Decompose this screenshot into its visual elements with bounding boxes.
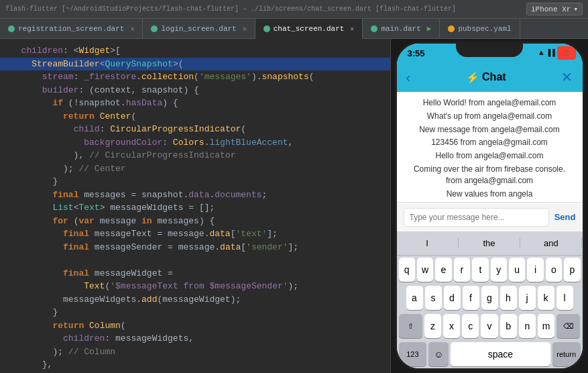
send-button[interactable]: Send — [554, 212, 576, 222]
path-label: flash-flutter [~/AndroidStudioProjects/f… — [5, 5, 456, 13]
chat-message-7: New values from angela — [405, 189, 575, 200]
return-key[interactable]: return — [552, 342, 581, 366]
tab-label: pubspec.yaml — [458, 25, 511, 33]
status-time: 3:55 — [408, 48, 425, 58]
phone-simulator: 🎵 3:55 ▲ ▐▐▐ 🔋 ‹ ⚡ Chat ✕ — [390, 39, 588, 373]
key-i[interactable]: i — [527, 258, 543, 282]
code-line: return Column( — [0, 319, 390, 333]
close-icon[interactable]: ✕ — [350, 25, 354, 33]
code-line: child: CircularProgressIndicator( — [0, 123, 390, 136]
keyboard-row-4: 123 ☺ space return — [397, 340, 583, 368]
code-line — [0, 254, 390, 267]
tab-main[interactable]: main.dart ▶ — [363, 19, 440, 39]
key-z[interactable]: z — [424, 314, 441, 338]
chat-message-6: Coming over the air from firebase consol… — [405, 164, 575, 186]
code-line: StreamBuilder<QuerySnapshot>( — [0, 58, 390, 71]
suggestion-the[interactable]: the — [459, 238, 520, 248]
code-line: backgroundColor: Colors.lightBlueAccent, — [0, 136, 390, 150]
chat-header: ‹ ⚡ Chat ✕ — [397, 62, 583, 92]
key-j[interactable]: j — [519, 286, 536, 310]
key-b[interactable]: b — [500, 314, 517, 338]
tab-label: registration_screen.dart — [18, 25, 124, 33]
close-icon[interactable]: ✕ — [130, 25, 134, 33]
code-line: stream: _firestore.collection('messages'… — [0, 70, 390, 84]
code-line: }, — [0, 358, 390, 372]
code-line: if (!snapshot.hasData) { — [0, 97, 390, 110]
space-key[interactable]: space — [451, 342, 550, 366]
key-l[interactable]: l — [556, 286, 573, 310]
key-o[interactable]: o — [546, 258, 562, 282]
key-w[interactable]: w — [417, 258, 433, 282]
code-editor[interactable]: children: <Widget>[ StreamBuilder<QueryS… — [0, 39, 390, 373]
device-label: iPhone Xr — [531, 5, 571, 13]
code-line: final messageText = message.data['text']… — [0, 227, 390, 241]
code-line: for (var message in messages) { — [0, 215, 390, 228]
code-line: ); // Column — [0, 345, 390, 359]
code-line: final messageSender = message.data['send… — [0, 241, 390, 254]
chat-message-3: New message from angela@email.com — [405, 124, 575, 136]
tab-label: main.dart — [381, 25, 420, 33]
key-u[interactable]: u — [509, 258, 525, 282]
key-d[interactable]: d — [444, 286, 461, 310]
lightning-icon: ⚡ — [466, 71, 479, 84]
suggestion-i[interactable]: I — [397, 238, 459, 248]
key-f[interactable]: f — [463, 286, 479, 310]
key-k[interactable]: k — [538, 286, 554, 310]
key-g[interactable]: g — [481, 286, 498, 310]
key-h[interactable]: h — [500, 286, 517, 310]
keyboard: I the and q w e r t y u i o p — [397, 231, 583, 368]
wifi-icon: ▲ — [539, 49, 544, 57]
dart-file-icon — [8, 25, 15, 32]
key-n[interactable]: n — [519, 314, 536, 338]
key-v[interactable]: v — [481, 314, 497, 338]
code-line: } — [0, 306, 390, 319]
key-e[interactable]: e — [435, 258, 451, 282]
code-line: return Center( — [0, 110, 390, 123]
chat-messages: Hello World! from angela@email.com What'… — [397, 92, 583, 202]
chevron-down-icon: ▾ — [573, 5, 578, 13]
chat-title: ⚡ Chat — [466, 71, 506, 84]
corner-badge: 🎵 — [557, 46, 576, 60]
yaml-file-icon — [448, 25, 455, 32]
code-line: children: <Widget>[ — [0, 44, 390, 58]
key-s[interactable]: s — [425, 286, 442, 310]
back-button[interactable]: ‹ — [406, 70, 411, 85]
tab-registration[interactable]: registration_screen.dart ✕ — [0, 19, 143, 39]
key-q[interactable]: q — [399, 258, 415, 282]
code-line: builder: (context, snapshot) { — [0, 84, 390, 97]
key-p[interactable]: p — [564, 258, 580, 282]
key-y[interactable]: y — [491, 258, 507, 282]
code-line: final messages = snapshot.data.documents… — [0, 189, 390, 202]
key-t[interactable]: t — [472, 258, 488, 282]
code-line: List<Text> messageWidgets = []; — [0, 201, 390, 215]
keyboard-row-3: ⇧ z x c v b n m ⌫ — [397, 312, 583, 340]
emoji-key[interactable]: ☺ — [428, 342, 449, 366]
code-line: children: messageWidgets, — [0, 332, 390, 345]
keyboard-row-2: a s d f g h j k l — [397, 284, 583, 312]
phone-notch — [456, 44, 523, 57]
shift-key[interactable]: ⇧ — [399, 314, 422, 338]
code-line: Text('$messageText from $messageSender')… — [0, 280, 390, 293]
close-chat-button[interactable]: ✕ — [561, 69, 573, 85]
key-m[interactable]: m — [538, 314, 554, 338]
suggestion-and[interactable]: and — [520, 238, 582, 248]
message-input[interactable] — [404, 208, 549, 227]
device-selector[interactable]: iPhone Xr ▾ — [526, 3, 583, 15]
key-c[interactable]: c — [462, 314, 479, 338]
chat-message-2: What's up from angela@email.com — [405, 111, 575, 122]
tab-chat[interactable]: chat_screen.dart ✕ — [255, 19, 363, 39]
code-line: ), // CircularProgressIndicator — [0, 149, 390, 162]
keyboard-row-1: q w e r t y u i o p — [397, 256, 583, 284]
close-icon[interactable]: ✕ — [243, 25, 247, 33]
delete-key[interactable]: ⌫ — [556, 314, 580, 338]
key-a[interactable]: a — [406, 286, 423, 310]
numbers-key[interactable]: 123 — [399, 342, 427, 366]
key-x[interactable]: x — [443, 314, 460, 338]
key-r[interactable]: r — [454, 258, 470, 282]
chat-title-text: Chat — [482, 71, 506, 83]
tab-pubspec[interactable]: pubspec.yaml — [440, 19, 520, 39]
message-input-area: Send — [397, 202, 583, 231]
main-content: children: <Widget>[ StreamBuilder<QueryS… — [0, 39, 588, 373]
tab-login[interactable]: login_screen.dart ✕ — [143, 19, 255, 39]
keyboard-suggestions: I the and — [397, 231, 583, 256]
